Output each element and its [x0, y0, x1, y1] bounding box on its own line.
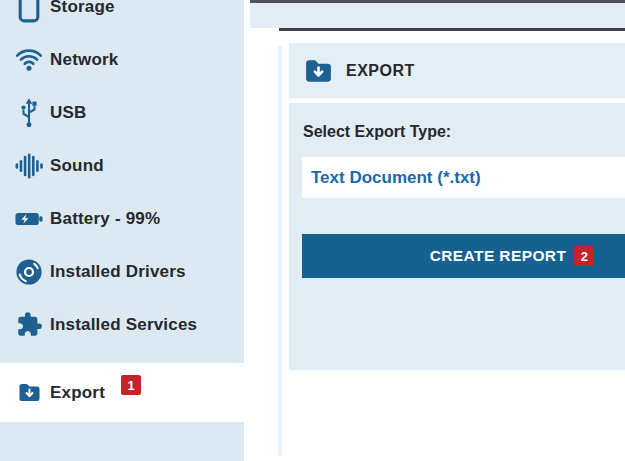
sidebar-item-export[interactable]: Export 1: [0, 363, 244, 422]
sidebar-item-label: Network: [50, 50, 118, 70]
main-top-band: [250, 3, 625, 28]
content-separator-line: [279, 28, 625, 31]
sidebar-item-usb[interactable]: USB: [0, 86, 244, 139]
sidebar-item-label: Installed Drivers: [50, 262, 186, 282]
export-type-select[interactable]: Text Document (*.txt): [302, 157, 625, 198]
export-section-header: EXPORT: [289, 43, 625, 98]
network-icon: [15, 42, 43, 78]
export-section-title: EXPORT: [346, 62, 415, 80]
export-type-selected-value: Text Document (*.txt): [311, 168, 481, 188]
usb-icon: [15, 95, 43, 131]
export-icon: [15, 375, 43, 411]
sidebar-item-label: Installed Services: [50, 315, 197, 335]
battery-icon: [15, 201, 43, 237]
sidebar-item-label: Export: [50, 383, 105, 403]
sound-icon: [15, 148, 43, 184]
sidebar-item-network[interactable]: Network: [0, 33, 244, 86]
sidebar-item-label: Battery - 99%: [50, 209, 160, 229]
sidebar-item-installed-services[interactable]: Installed Services: [0, 298, 244, 351]
sidebar-item-installed-drivers[interactable]: Installed Drivers: [0, 245, 244, 298]
sidebar-item-sound[interactable]: Sound: [0, 139, 244, 192]
left-divider-strip: [278, 46, 282, 456]
sidebar-item-label: USB: [50, 103, 87, 123]
export-type-label: Select Export Type:: [303, 122, 451, 141]
step-2-badge: 2: [574, 246, 594, 266]
create-report-button-label: CREATE REPORT: [430, 247, 567, 265]
sidebar: Storage Network: [0, 0, 244, 461]
services-icon: [15, 307, 43, 343]
app-window: Storage Network: [0, 0, 625, 461]
step-1-badge: 1: [121, 375, 141, 395]
sidebar-item-label: Sound: [50, 156, 104, 176]
sidebar-item-battery[interactable]: Battery - 99%: [0, 192, 244, 245]
export-folder-icon: [304, 58, 333, 84]
sidebar-item-storage[interactable]: Storage: [0, 0, 244, 33]
export-panel: Select Export Type: Text Document (*.txt…: [289, 103, 625, 370]
create-report-button[interactable]: CREATE REPORT 2: [302, 234, 625, 278]
storage-icon: [15, 0, 43, 25]
sidebar-item-label: Storage: [50, 0, 115, 17]
drivers-icon: [15, 254, 43, 290]
